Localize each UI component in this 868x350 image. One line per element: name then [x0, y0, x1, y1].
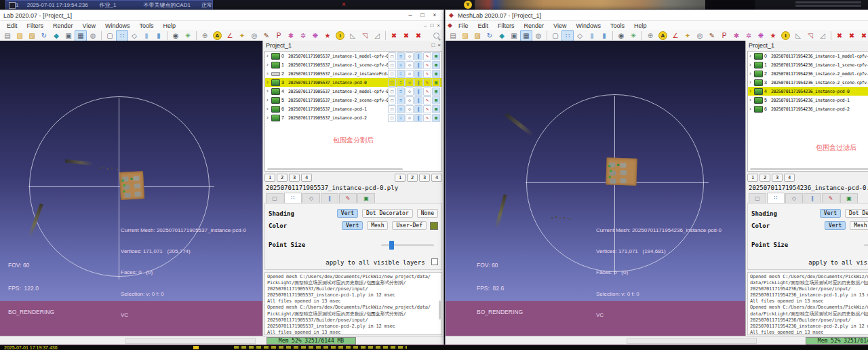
import-mesh-folder-icon[interactable]: ▨: [26, 30, 38, 41]
page-button-1[interactable]: 1: [395, 174, 406, 182]
page-button-3[interactable]: 3: [419, 174, 430, 182]
menu-render[interactable]: Render: [48, 22, 78, 29]
delete-mesh-icon[interactable]: ✖: [412, 30, 425, 41]
expand-caret-icon[interactable]: ›: [265, 62, 270, 68]
expand-caret-icon[interactable]: ›: [748, 79, 753, 85]
mesh-select-2-icon[interactable]: ✲: [297, 30, 309, 41]
slider-thumb[interactable]: [389, 241, 394, 250]
delete-vert-icon[interactable]: ✖: [846, 30, 858, 41]
visibility-eye-icon[interactable]: [271, 79, 280, 86]
expand-caret-icon[interactable]: ›: [265, 53, 270, 59]
layer-box-green-icon[interactable]: ▣: [432, 96, 440, 104]
light-tool-icon[interactable]: ✦: [682, 30, 694, 41]
camera-eye-icon[interactable]: ◎: [694, 30, 706, 41]
expand-caret-icon[interactable]: ›: [265, 88, 270, 94]
layer-edit-red-icon[interactable]: ✎: [423, 88, 431, 96]
dock-header[interactable]: Project_1 □ ×: [263, 41, 443, 50]
layer-name[interactable]: 20250701171954236_instance-1_scene-cpfv-…: [771, 62, 868, 68]
layer-name[interactable]: 20250701171905537_instance-1_model-cpfv-…: [288, 54, 388, 59]
dock-header[interactable]: Project_1 □ ×: [746, 41, 868, 50]
menu-render[interactable]: Render: [519, 22, 549, 29]
menu-windows[interactable]: Windows: [100, 22, 135, 29]
layer-row[interactable]: ›320250701171954236_instance-2_scene-cpf…: [748, 78, 868, 87]
layer-points-icon[interactable]: ∷: [397, 96, 405, 104]
flat-view-icon[interactable]: ▮: [140, 30, 153, 41]
menu-tools[interactable]: Tools: [606, 22, 629, 29]
layer-box-green-icon[interactable]: ▣: [432, 52, 440, 60]
log-console[interactable]: Opened mesh C:/Users/dex/Documents/PickW…: [264, 272, 442, 335]
option-vert[interactable]: Vert: [820, 209, 841, 218]
layer-row[interactable]: ›120250701171954236_instance-1_scene-cpf…: [748, 60, 868, 69]
layer-box-green-icon[interactable]: ▣: [432, 79, 440, 87]
annotation-a-icon[interactable]: A: [658, 31, 667, 40]
page-button-2[interactable]: 2: [277, 174, 288, 182]
layer-row[interactable]: ›320250701171905537_instance-pcd-0▢∷◇∥✎▣: [265, 78, 441, 87]
select-lasso-2-icon[interactable]: ◹: [804, 30, 816, 41]
page-button-4[interactable]: 4: [431, 174, 442, 182]
visibility-eye-icon[interactable]: [271, 88, 280, 95]
layer-row[interactable]: ›620250701171954236_instance-pcd-2▢∷◇∥✎▣: [748, 104, 868, 113]
os-taskbar[interactable]: 2025-07-01 17:19:37.436: [0, 345, 868, 350]
page-button-1[interactable]: 1: [747, 174, 758, 182]
layer-pause-icon[interactable]: ∥: [414, 88, 422, 96]
layer-pause-icon[interactable]: ∥: [414, 96, 422, 104]
option-vert[interactable]: Vert: [337, 209, 358, 218]
layer-box-green-icon[interactable]: ▣: [432, 70, 440, 78]
expand-caret-icon[interactable]: ›: [748, 53, 753, 59]
menu-tools[interactable]: Tools: [134, 22, 158, 29]
menu-windows[interactable]: Windows: [571, 22, 606, 29]
visibility-eye-icon[interactable]: [754, 79, 763, 86]
horizontal-scrollbar[interactable]: [267, 168, 403, 170]
expand-caret-icon[interactable]: ›: [265, 71, 270, 77]
option-none[interactable]: None: [417, 209, 438, 218]
texture-sphere-icon[interactable]: ◉: [615, 30, 627, 41]
layer-bbox-icon[interactable]: ▢: [388, 61, 396, 69]
layer-bbox-icon[interactable]: ▢: [388, 70, 396, 78]
title-bar[interactable]: ◆ MeshLab 2020.07 - [Project_1]: [446, 10, 868, 21]
layer-bbox-icon[interactable]: ▢: [388, 105, 396, 113]
layer-name[interactable]: 20250701171905537_instance-1_scene-cpfv-…: [288, 62, 388, 68]
tab-edit-red-icon[interactable]: ✎: [339, 193, 357, 203]
visibility-eye-icon[interactable]: [754, 106, 763, 113]
shaded-cube-icon[interactable]: ▦: [520, 30, 532, 41]
open-project-folder-icon[interactable]: ▨: [14, 30, 26, 41]
mdi-minimize-icon[interactable]: –: [424, 22, 427, 28]
mesh-select-1-icon[interactable]: ✱: [285, 30, 297, 41]
tab-box-green-icon[interactable]: ▣: [357, 193, 375, 203]
flat-view-icon[interactable]: ▮: [586, 30, 598, 41]
layer-bbox-icon[interactable]: ▢: [388, 96, 396, 104]
visibility-eye-icon[interactable]: [271, 97, 280, 104]
smooth-view-icon[interactable]: ▮: [598, 30, 610, 41]
tab-box-green-icon[interactable]: ▣: [840, 193, 858, 203]
vertical-scrollbar[interactable]: [439, 300, 441, 319]
layer-wireframe-icon[interactable]: ◇: [406, 52, 414, 60]
option-dot-decorator[interactable]: Dot Decorator: [845, 209, 868, 218]
layer-pause-icon[interactable]: ∥: [414, 105, 422, 113]
layer-edit-red-icon[interactable]: ✎: [423, 79, 431, 87]
layer-points-icon[interactable]: ∷: [397, 61, 405, 69]
layer-box-green-icon[interactable]: ▣: [432, 61, 440, 69]
points-view-icon[interactable]: ∷: [561, 30, 574, 41]
menu-edit[interactable]: Edit: [2, 22, 22, 29]
close-icon[interactable]: ×: [429, 11, 440, 20]
new-document-icon[interactable]: ▤: [1, 30, 14, 41]
wireframe-view-icon[interactable]: ◇: [574, 30, 586, 41]
option-dot-decorator[interactable]: Dot Decorator: [362, 209, 413, 218]
tab-points-icon[interactable]: ∷: [767, 193, 785, 203]
tab-bbox-icon[interactable]: ▢: [266, 193, 283, 203]
tab-wireframe-icon[interactable]: ◇: [302, 193, 320, 203]
close-icon[interactable]: ×: [437, 42, 441, 48]
wireframe-view-icon[interactable]: ◇: [128, 30, 140, 41]
manipulator-crosshair-icon[interactable]: ⊕: [199, 30, 211, 41]
colorize-grapes-icon[interactable]: ❋: [309, 30, 321, 41]
mesh-select-1-icon[interactable]: ✱: [730, 30, 743, 41]
page-button-4[interactable]: 4: [784, 174, 795, 182]
save-diamond-icon[interactable]: ◆: [50, 30, 62, 41]
colorize-grapes-icon[interactable]: ❋: [755, 30, 767, 41]
delete-face-icon[interactable]: ✖: [388, 30, 400, 41]
layer-row[interactable]: ›020250701171954236_instance-1_model-cpf…: [748, 52, 868, 60]
layer-row[interactable]: ›020250701171905537_instance-1_model-cpf…: [265, 52, 441, 60]
layer-bbox-icon[interactable]: ▢: [388, 88, 396, 96]
menu-edit[interactable]: Edit: [473, 22, 494, 29]
layer-points-icon[interactable]: ∷: [397, 88, 405, 96]
